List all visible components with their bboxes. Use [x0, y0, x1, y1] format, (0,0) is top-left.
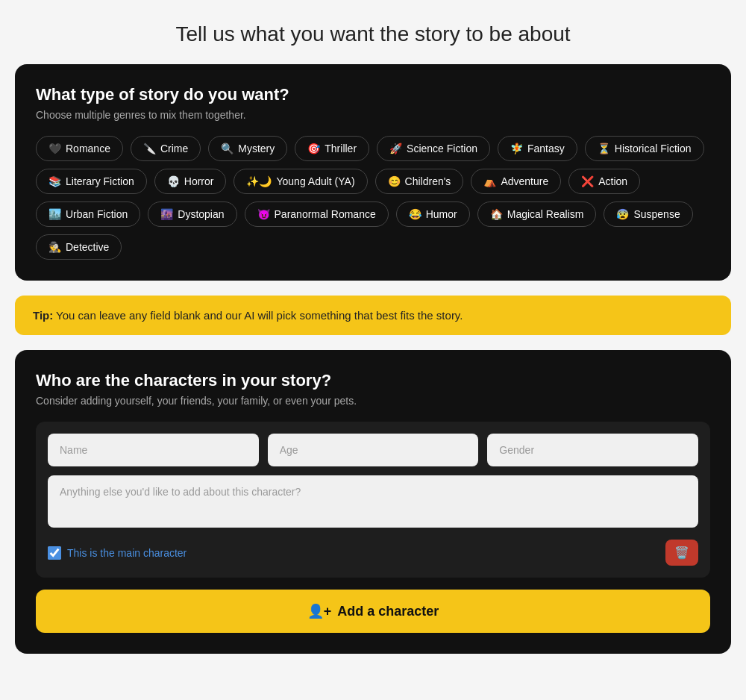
- adventure-label: Adventure: [501, 175, 548, 187]
- delete-character-button[interactable]: 🗑️: [665, 540, 698, 566]
- genre-btn-historical-fiction[interactable]: ⏳Historical Fiction: [585, 136, 704, 161]
- mystery-emoji: 🔍: [221, 143, 233, 154]
- romance-emoji: 🖤: [48, 143, 61, 154]
- paranormal-romance-emoji: 😈: [257, 208, 270, 220]
- historical-fiction-emoji: ⏳: [598, 143, 610, 154]
- historical-fiction-label: Historical Fiction: [615, 143, 692, 154]
- detective-label: Detective: [66, 241, 109, 253]
- detective-emoji: 🕵️: [48, 241, 61, 253]
- childrens-emoji: 😊: [388, 175, 401, 187]
- genre-section-subtitle: Choose multiple genres to mix them toget…: [36, 109, 710, 121]
- genre-btn-science-fiction[interactable]: 🚀Science Fiction: [377, 136, 490, 161]
- genre-btn-urban-fiction[interactable]: 🏙️Urban Fiction: [36, 201, 140, 227]
- tip-text: You can leave any field blank and our AI…: [53, 309, 463, 322]
- genre-btn-detective[interactable]: 🕵️Detective: [36, 234, 122, 260]
- genre-btn-mystery[interactable]: 🔍Mystery: [208, 136, 287, 161]
- young-adult-label: Young Adult (YA): [276, 175, 354, 187]
- genre-btn-childrens[interactable]: 😊Children's: [375, 169, 464, 194]
- genre-section-title: What type of story do you want?: [36, 85, 710, 104]
- gender-input[interactable]: [487, 434, 698, 466]
- action-label: Action: [598, 175, 627, 187]
- genre-btn-action[interactable]: ❌Action: [568, 169, 640, 194]
- tip-box: Tip: You can leave any field blank and o…: [15, 296, 731, 335]
- paranormal-romance-label: Paranormal Romance: [275, 208, 376, 220]
- main-char-label-text: This is the main character: [67, 547, 186, 559]
- humor-label: Humor: [426, 208, 457, 220]
- young-adult-emoji: ✨🌙: [246, 175, 272, 187]
- genre-btn-romance[interactable]: 🖤Romance: [36, 136, 123, 161]
- suspense-label: Suspense: [633, 208, 680, 220]
- adventure-emoji: ⛺: [483, 175, 496, 187]
- add-character-button[interactable]: 👤+ Add a character: [36, 590, 710, 633]
- tip-label: Tip:: [33, 309, 53, 322]
- childrens-label: Children's: [405, 175, 451, 187]
- characters-section-subtitle: Consider adding yourself, your friends, …: [36, 395, 710, 407]
- horror-emoji: 💀: [167, 175, 180, 187]
- add-character-label: Add a character: [337, 604, 439, 619]
- add-person-icon: 👤+: [307, 603, 332, 619]
- genre-btn-horror[interactable]: 💀Horror: [154, 169, 227, 194]
- description-input[interactable]: [48, 475, 698, 528]
- name-input[interactable]: [48, 434, 259, 466]
- literary-fiction-emoji: 📚: [48, 175, 61, 187]
- trash-icon: 🗑️: [674, 546, 689, 560]
- character-form: This is the main character 🗑️: [36, 422, 710, 578]
- genre-btn-literary-fiction[interactable]: 📚Literary Fiction: [36, 169, 147, 194]
- thriller-emoji: 🎯: [307, 143, 320, 154]
- genre-btn-fantasy[interactable]: 🧚Fantasy: [498, 136, 577, 161]
- crime-emoji: 🔪: [143, 143, 156, 154]
- genre-card: What type of story do you want? Choose m…: [15, 64, 731, 281]
- genre-grid: 🖤Romance🔪Crime🔍Mystery🎯Thriller🚀Science …: [36, 136, 710, 260]
- genre-btn-magical-realism[interactable]: 🏠Magical Realism: [477, 201, 597, 227]
- urban-fiction-label: Urban Fiction: [66, 208, 128, 220]
- dystopian-emoji: 🌆: [160, 208, 173, 220]
- science-fiction-label: Science Fiction: [407, 143, 477, 154]
- action-emoji: ❌: [581, 175, 594, 187]
- mystery-label: Mystery: [238, 143, 275, 154]
- horror-label: Horror: [184, 175, 214, 187]
- genre-btn-humor[interactable]: 😂Humor: [396, 201, 470, 227]
- magical-realism-label: Magical Realism: [507, 208, 584, 220]
- literary-fiction-label: Literary Fiction: [66, 175, 134, 187]
- fantasy-label: Fantasy: [527, 143, 565, 154]
- char-basic-info-row: [48, 434, 698, 466]
- dystopian-label: Dystopian: [178, 208, 224, 220]
- suspense-emoji: 😰: [616, 208, 629, 220]
- genre-btn-thriller[interactable]: 🎯Thriller: [295, 136, 369, 161]
- characters-card: Who are the characters in your story? Co…: [15, 350, 731, 654]
- page-title: Tell us what you want the story to be ab…: [15, 15, 731, 46]
- age-input[interactable]: [268, 434, 479, 466]
- urban-fiction-emoji: 🏙️: [48, 208, 61, 220]
- main-char-checkbox[interactable]: [48, 546, 61, 560]
- magical-realism-emoji: 🏠: [490, 208, 503, 220]
- genre-btn-adventure[interactable]: ⛺Adventure: [471, 169, 561, 194]
- main-char-label[interactable]: This is the main character: [48, 546, 186, 560]
- romance-label: Romance: [66, 143, 110, 154]
- humor-emoji: 😂: [409, 208, 421, 220]
- char-footer: This is the main character 🗑️: [48, 540, 698, 566]
- science-fiction-emoji: 🚀: [389, 143, 402, 154]
- genre-btn-paranormal-romance[interactable]: 😈Paranormal Romance: [245, 201, 389, 227]
- thriller-label: Thriller: [325, 143, 357, 154]
- genre-btn-suspense[interactable]: 😰Suspense: [604, 201, 692, 227]
- genre-btn-dystopian[interactable]: 🌆Dystopian: [148, 201, 236, 227]
- genre-btn-crime[interactable]: 🔪Crime: [131, 136, 201, 161]
- characters-section-title: Who are the characters in your story?: [36, 371, 710, 390]
- genre-btn-young-adult[interactable]: ✨🌙Young Adult (YA): [233, 169, 367, 194]
- fantasy-emoji: 🧚: [510, 143, 523, 154]
- crime-label: Crime: [160, 143, 188, 154]
